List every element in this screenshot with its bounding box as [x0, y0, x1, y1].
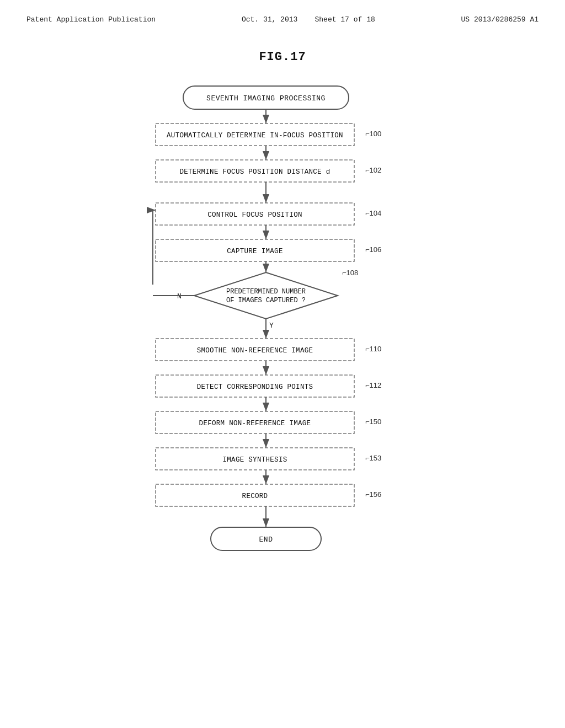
step-104: CONTROL FOCUS POSITION ⌐104: [156, 203, 381, 225]
stepnum-106: ⌐106: [365, 245, 381, 254]
figure-title: FIG.17: [0, 50, 565, 64]
svg-marker-10: [194, 272, 338, 319]
n-label: N: [177, 292, 182, 301]
svg-text:SMOOTHE NON-REFERENCE IMAGE: SMOOTHE NON-REFERENCE IMAGE: [197, 347, 313, 355]
header-right: US 2013/0286259 A1: [461, 15, 539, 24]
step-110: SMOOTHE NON-REFERENCE IMAGE ⌐110: [156, 339, 381, 361]
stepnum-108: ⌐108: [342, 269, 358, 277]
step-102: DETERMINE FOCUS POSITION DISTANCE d ⌐102: [156, 160, 381, 182]
header-left: Patent Application Publication: [26, 15, 156, 24]
stepnum-153: ⌐153: [365, 454, 381, 462]
y-label: Y: [269, 322, 274, 330]
header-center: Oct. 31, 2013 Sheet 17 of 18: [242, 15, 375, 24]
svg-text:OF IMAGES CAPTURED ?: OF IMAGES CAPTURED ?: [226, 297, 306, 304]
stepnum-150: ⌐150: [365, 417, 381, 426]
svg-text:DEFORM NON-REFERENCE IMAGE: DEFORM NON-REFERENCE IMAGE: [199, 420, 311, 427]
end-node: END: [211, 527, 321, 550]
svg-text:AUTOMATICALLY DETERMINE IN-FOC: AUTOMATICALLY DETERMINE IN-FOCUS POSITIO…: [167, 132, 343, 140]
step-100: AUTOMATICALLY DETERMINE IN-FOCUS POSITIO…: [156, 124, 381, 146]
svg-text:END: END: [259, 536, 273, 544]
stepnum-112: ⌐112: [365, 381, 381, 389]
svg-text:DETERMINE FOCUS POSITION DISTA: DETERMINE FOCUS POSITION DISTANCE d: [179, 168, 330, 176]
svg-text:CONTROL FOCUS POSITION: CONTROL FOCUS POSITION: [207, 211, 302, 219]
step-106: CAPTURE IMAGE ⌐106: [156, 239, 381, 261]
start-node: SEVENTH IMAGING PROCESSING: [183, 86, 349, 109]
svg-text:IMAGE   SYNTHESIS: IMAGE SYNTHESIS: [222, 456, 287, 464]
header-date: Oct. 31, 2013: [242, 15, 297, 24]
step-108-diamond: PREDETERMINED NUMBER OF IMAGES CAPTURED …: [194, 269, 358, 319]
step-112: DETECT CORRESPONDING POINTS ⌐112: [156, 375, 381, 397]
stepnum-100: ⌐100: [365, 130, 381, 138]
stepnum-104: ⌐104: [365, 209, 381, 217]
svg-text:PREDETERMINED NUMBER: PREDETERMINED NUMBER: [226, 288, 306, 296]
header-sheet: Sheet 17 of 18: [315, 15, 375, 24]
stepnum-110: ⌐110: [365, 345, 381, 353]
stepnum-102: ⌐102: [365, 166, 381, 174]
svg-text:DETECT CORRESPONDING POINTS: DETECT CORRESPONDING POINTS: [197, 383, 313, 391]
stepnum-156: ⌐156: [365, 490, 381, 499]
step-153: IMAGE SYNTHESIS ⌐153: [156, 448, 381, 470]
svg-text:RECORD: RECORD: [242, 493, 268, 500]
step-150: DEFORM NON-REFERENCE IMAGE ⌐150: [156, 411, 381, 433]
step-156: RECORD ⌐156: [156, 484, 381, 506]
svg-text:CAPTURE   IMAGE: CAPTURE IMAGE: [227, 248, 282, 255]
start-label: SEVENTH IMAGING PROCESSING: [206, 94, 326, 103]
page-header: Patent Application Publication Oct. 31, …: [0, 0, 565, 24]
flowchart: SEVENTH IMAGING PROCESSING AUTOMATICALLY…: [122, 81, 443, 684]
